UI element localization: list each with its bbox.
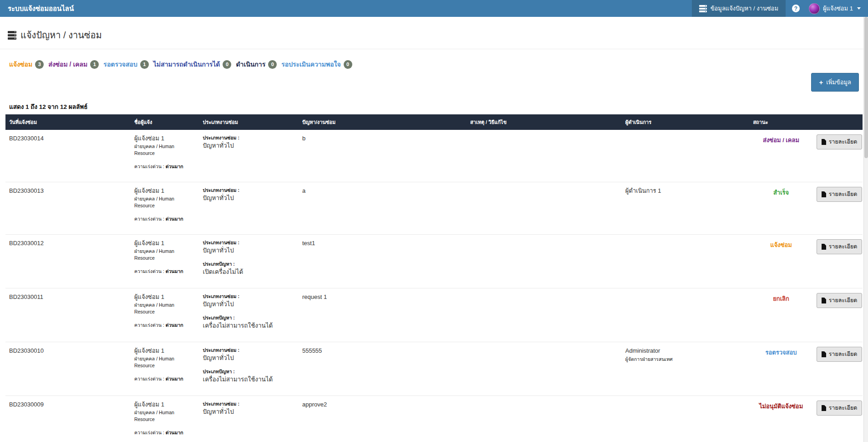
status-summary-count-badge: 0	[268, 60, 277, 69]
file-icon	[822, 351, 826, 357]
status-summary-item[interactable]: ไม่สามารถดำเนินการได้ 0	[153, 59, 232, 69]
status-text: ยกเลิก	[773, 295, 789, 302]
cell-status: ยกเลิก	[749, 288, 812, 342]
vertical-scrollbar[interactable]	[863, 17, 868, 442]
status-text: ส่งซ่อม / เคลม	[763, 137, 799, 144]
detail-button[interactable]: รายละเอียด	[817, 401, 863, 416]
urgency-line: ความเร่งด่วน : ด่วนมาก	[134, 163, 196, 170]
repair-type-value: ปัญหาทั่วไป	[203, 407, 295, 416]
user-name: ผู้แจ้งซ่อม 1	[823, 4, 853, 13]
col-header-date: วันที่แจ้งซ่อม	[5, 114, 131, 130]
status-summary-item[interactable]: ส่งซ่อม / เคลม 1	[48, 59, 99, 69]
reporter-name: ผู้แจ้งซ่อม 1	[134, 347, 196, 355]
cell-repair-type: ประเภทงานซ่อม : ปัญหาทั่วไป ประเภทปัญหา …	[199, 130, 299, 182]
cell-report-id: BD23030009	[5, 396, 131, 442]
detail-button[interactable]: รายละเอียด	[817, 293, 863, 308]
status-text: ไม่อนุมัติแจ้งซ่อม	[759, 403, 803, 410]
detail-button[interactable]: รายละเอียด	[817, 187, 863, 202]
col-header-problem: ปัญหา/งานซ่อม	[299, 114, 467, 130]
status-summary-row: แจ้งซ่อม 3 ส่งซ่อม / เคลม 1 รอตรวจสอบ 1 …	[5, 49, 863, 69]
file-icon	[822, 405, 826, 411]
detail-button-label: รายละเอียด	[829, 296, 858, 305]
cell-repair-type: ประเภทงานซ่อม : ปัญหาทั่วไป ประเภทปัญหา …	[199, 396, 299, 442]
problem-type-block: ประเภทปัญหา : เปิดเครื่องไม่ได้	[203, 261, 295, 276]
toolbar: + เพิ่มข้อมูล	[5, 69, 863, 92]
cell-operator: Administrator ผู้จัดการฝ่ายสารสนเทศ	[622, 342, 750, 396]
cell-status: ส่งซ่อม / เคลม	[749, 130, 812, 182]
repairs-table: วันที่แจ้งซ่อม ชื่อผู้แจ้ง ประเภทงานซ่อม…	[5, 114, 863, 442]
cell-cause	[467, 396, 622, 442]
status-summary-item[interactable]: ดำเนินการ 0	[236, 59, 277, 69]
cell-actions: รายละเอียด	[813, 342, 863, 396]
cell-status: แจ้งซ่อม	[749, 235, 812, 288]
detail-button[interactable]: รายละเอียด	[817, 239, 863, 254]
status-summary-item[interactable]: แจ้งซ่อม 3	[9, 59, 44, 69]
urgency-line: ความเร่งด่วน : ด่วนมาก	[134, 375, 196, 382]
reporter-department: ฝ่ายบุคคล / Human Resource	[134, 409, 196, 423]
file-icon	[822, 191, 826, 197]
file-icon	[822, 139, 826, 145]
detail-button-label: รายละเอียด	[829, 137, 858, 146]
col-header-cause: สาเหตุ / วิธีแก้ไข	[467, 114, 622, 130]
status-summary-label: ดำเนินการ	[236, 59, 265, 69]
question-icon: ?	[792, 5, 800, 12]
cell-report-id: BD23030011	[5, 288, 131, 342]
detail-button[interactable]: รายละเอียด	[817, 347, 863, 362]
urgency-line: ความเร่งด่วน : ด่วนมาก	[134, 322, 196, 329]
add-data-button[interactable]: + เพิ่มข้อมูล	[811, 73, 859, 92]
status-text: สำเร็จ	[773, 189, 789, 196]
chevron-down-icon	[857, 7, 861, 10]
status-summary-item[interactable]: รอประเมินความพอใจ 0	[281, 59, 352, 69]
operator-name: Administrator	[625, 347, 746, 355]
cell-actions: รายละเอียด	[813, 182, 863, 235]
table-row: BD23030009 ผู้แจ้งซ่อม 1 ฝ่ายบุคคล / Hum…	[5, 396, 863, 442]
status-summary-label: ไม่สามารถดำเนินการได้	[153, 59, 220, 69]
reporter-name: ผู้แจ้งซ่อม 1	[134, 187, 196, 195]
reporter-department: ฝ่ายบุคคล / Human Resource	[134, 355, 196, 369]
status-summary-item[interactable]: รอตรวจสอบ 1	[103, 59, 148, 69]
cell-operator	[622, 396, 750, 442]
table-row: BD23030011 ผู้แจ้งซ่อม 1 ฝ่ายบุคคล / Hum…	[5, 288, 863, 342]
cell-status: สำเร็จ	[749, 182, 812, 235]
cell-problem: approve2	[299, 396, 467, 442]
status-summary-count-badge: 0	[223, 60, 231, 69]
table-row: BD23030013 ผู้แจ้งซ่อม 1 ฝ่ายบุคคล / Hum…	[5, 182, 863, 235]
scrollbar-thumb[interactable]	[864, 17, 868, 158]
cell-problem: test1	[299, 235, 467, 288]
cell-actions: รายละเอียด	[813, 396, 863, 442]
cell-actions: รายละเอียด	[813, 130, 863, 182]
nav-item-repair-data[interactable]: ข้อมูลแจ้งปัญหา / งานซ่อม	[692, 0, 786, 17]
reporter-department: ฝ่ายบุคคล / Human Resource	[134, 302, 196, 315]
col-header-status: สถานะ	[749, 114, 812, 130]
table-header-row: วันที่แจ้งซ่อม ชื่อผู้แจ้ง ประเภทงานซ่อม…	[5, 114, 863, 130]
cell-operator: ผู้ดำเนินการ 1	[622, 182, 750, 235]
status-summary-count-badge: 1	[140, 60, 149, 69]
detail-button[interactable]: รายละเอียด	[817, 134, 863, 149]
table-row: BD23030010 ผู้แจ้งซ่อม 1 ฝ่ายบุคคล / Hum…	[5, 342, 863, 396]
table-row: BD23030012 ผู้แจ้งซ่อม 1 ฝ่ายบุคคล / Hum…	[5, 235, 863, 288]
cell-repair-type: ประเภทงานซ่อม : ปัญหาทั่วไป ประเภทปัญหา …	[199, 182, 299, 235]
help-button[interactable]: ?	[786, 0, 806, 17]
cell-report-id: BD23030010	[5, 342, 131, 396]
problem-type-value: เครื่องไม่สามารถใช้งานได้	[203, 321, 295, 330]
user-menu[interactable]: ผู้แจ้งซ่อม 1	[806, 0, 868, 17]
repair-type-value: ปัญหาทั่วไป	[203, 354, 295, 362]
server-stack-icon	[8, 31, 16, 40]
detail-button-label: รายละเอียด	[829, 349, 858, 359]
cell-cause	[467, 182, 622, 235]
operator-title: ผู้จัดการฝ่ายสารสนเทศ	[625, 356, 746, 363]
cell-operator	[622, 130, 750, 182]
detail-button-label: รายละเอียด	[829, 242, 858, 251]
add-data-button-label: เพิ่มข้อมูล	[826, 77, 851, 87]
cell-report-id: BD23030014	[5, 130, 131, 182]
cell-cause	[467, 288, 622, 342]
page-header: แจ้งปัญหา / งานซ่อม	[0, 17, 868, 49]
col-header-repair-type: ประเภทงานซ่อม	[199, 114, 299, 130]
repair-type-value: ปัญหาทั่วไป	[203, 246, 295, 255]
cell-reporter: ผู้แจ้งซ่อม 1 ฝ่ายบุคคล / Human Resource…	[131, 342, 199, 396]
cell-cause	[467, 235, 622, 288]
detail-button-label: รายละเอียด	[829, 403, 858, 412]
cell-repair-type: ประเภทงานซ่อม : ปัญหาทั่วไป ประเภทปัญหา …	[199, 235, 299, 288]
page-title: แจ้งปัญหา / งานซ่อม	[20, 28, 102, 42]
nav-item-label: ข้อมูลแจ้งปัญหา / งานซ่อม	[711, 4, 778, 13]
